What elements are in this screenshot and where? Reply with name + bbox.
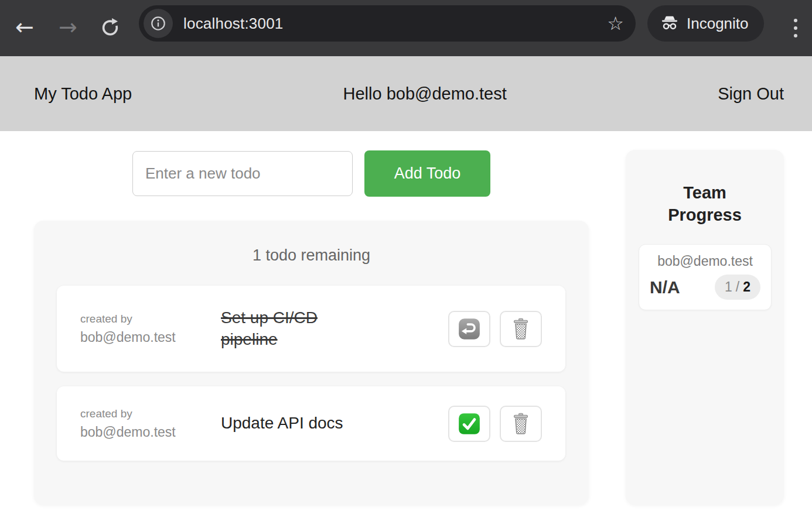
add-todo-button[interactable]: Add Todo [364, 150, 490, 197]
delete-todo-button[interactable] [500, 406, 542, 442]
incognito-badge: Incognito [647, 5, 764, 42]
team-progress-panel: Team Progress bob@demo.test N/A 1 / 2 [626, 150, 784, 505]
forward-icon[interactable]: → [53, 8, 83, 46]
todo-meta: created by bob@demo.test [80, 407, 221, 440]
browser-toolbar: ← → localhost:3001 ☆ Incognito [0, 0, 812, 56]
sign-out-button[interactable]: Sign Out [718, 84, 784, 104]
progress-count-badge: 1 / 2 [715, 275, 760, 300]
team-member-card: bob@demo.test N/A 1 / 2 [639, 244, 772, 310]
app-header: My Todo App Hello bob@demo.test Sign Out [0, 56, 812, 131]
remaining-count-text: 1 todo remaining [34, 246, 589, 265]
bookmark-star-icon[interactable]: ☆ [607, 14, 624, 33]
created-by-email: bob@demo.test [80, 424, 221, 440]
todo-title: Set up CI/CD pipeline [221, 307, 376, 351]
check-icon [457, 412, 482, 436]
incognito-label: Incognito [687, 15, 749, 33]
trash-icon [509, 317, 533, 341]
todo-title: Update API docs [221, 413, 376, 434]
count-separator: / [736, 279, 739, 295]
member-email: bob@demo.test [650, 253, 760, 269]
created-by-label: created by [80, 407, 221, 420]
trash-icon [509, 412, 533, 436]
greeting-text: Hello bob@demo.test [343, 84, 506, 104]
todo-meta: created by bob@demo.test [80, 313, 221, 345]
total-count: 2 [743, 279, 750, 295]
complete-todo-button[interactable] [448, 406, 490, 442]
todo-item: created by bob@demo.test Set up CI/CD pi… [57, 286, 565, 372]
address-bar[interactable]: localhost:3001 ☆ [139, 5, 636, 42]
incognito-icon [660, 14, 679, 33]
url-text[interactable]: localhost:3001 [183, 15, 607, 33]
todo-item: created by bob@demo.test Update API docs [57, 386, 565, 461]
created-by-email: bob@demo.test [80, 330, 221, 345]
completed-count: 1 [725, 279, 732, 295]
reload-icon[interactable] [95, 8, 125, 46]
browser-menu-icon[interactable] [790, 15, 801, 41]
new-todo-input[interactable] [132, 151, 353, 196]
app-title: My Todo App [34, 84, 132, 104]
created-by-label: created by [80, 313, 221, 325]
delete-todo-button[interactable] [500, 311, 542, 347]
undo-icon [457, 317, 482, 341]
member-status: N/A [650, 277, 680, 297]
back-icon[interactable]: ← [9, 8, 40, 46]
team-progress-title: Team Progress [658, 181, 752, 227]
info-icon [150, 15, 166, 32]
todo-list-panel: 1 todo remaining created by bob@demo.tes… [34, 221, 589, 505]
reload-icon [100, 17, 120, 37]
site-info-button[interactable] [144, 9, 173, 38]
undo-complete-button[interactable] [448, 311, 490, 347]
